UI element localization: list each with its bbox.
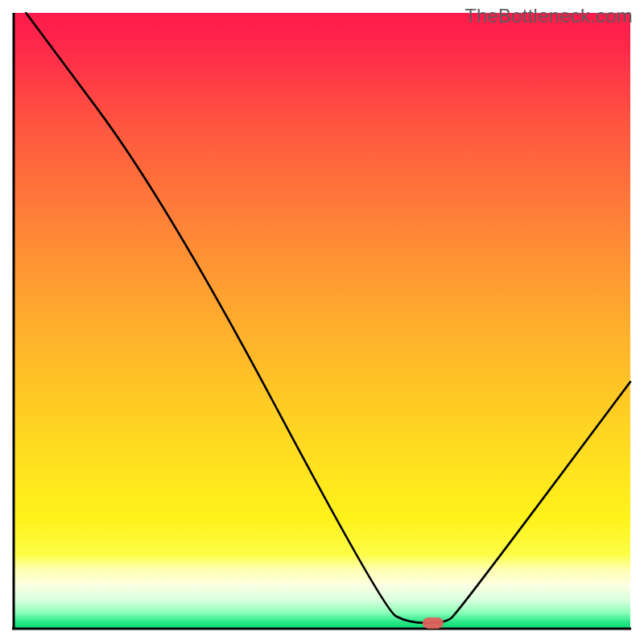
- bottleneck-chart: [0, 0, 644, 644]
- chart-frame: TheBottleneck.com: [0, 0, 644, 644]
- optimal-marker: [423, 617, 444, 629]
- plot-background: [14, 13, 630, 628]
